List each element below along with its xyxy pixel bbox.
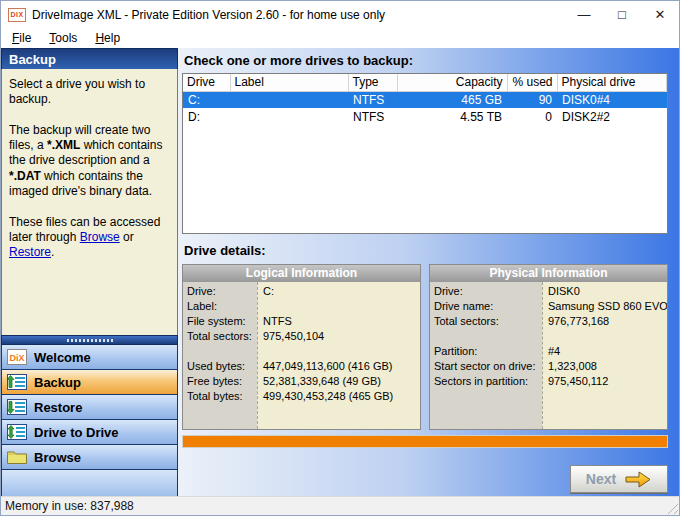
column-header-physical-drive[interactable]: Physical drive [557,74,667,91]
logical-information-body: Drive:C: Label: File system:NTFS Total s… [183,282,420,429]
main-pane: Check one or more drives to backup: Driv… [178,48,679,496]
content-area: Backup Select a drive you wish to backup… [1,48,679,496]
backup-icon [6,373,28,391]
menu-help[interactable]: Help [86,29,129,47]
sidebar: Backup Select a drive you wish to backup… [1,48,178,496]
description-paragraph: These files can be accessed later throug… [9,215,170,261]
table-header-row: Drive Label Type Capacity % used Physica… [183,74,667,91]
folder-icon [6,448,28,466]
table-row-drive-d[interactable]: D: NTFS 4.55 TB 0 DISK2#2 [183,108,667,125]
sidebar-filler [1,470,178,496]
window-title: DriveImage XML - Private Edition Version… [32,8,565,22]
browse-link[interactable]: Browse [80,230,120,244]
memory-status: Memory in use: 837,988 [5,499,134,513]
app-window: DIX DriveImage XML - Private Edition Ver… [0,0,680,516]
restore-link[interactable]: Restore [9,245,51,259]
drive-details-title: Drive details: [184,243,668,258]
menu-tools[interactable]: Tools [40,29,86,47]
sidebar-splitter[interactable] [1,335,178,345]
sidebar-item-browse[interactable]: Browse [1,445,178,470]
dix-logo-icon: DiX [6,348,28,366]
column-header-type[interactable]: Type [348,74,397,91]
drive-table: Drive Label Type Capacity % used Physica… [182,73,668,234]
logical-information-panel: Logical Information Drive:C: Label: File… [182,264,421,430]
sidebar-item-label: Welcome [34,350,91,365]
drive-details-panels: Logical Information Drive:C: Label: File… [182,264,668,430]
sidebar-item-backup[interactable]: Backup [1,370,178,395]
column-header-used[interactable]: % used [507,74,557,91]
minimize-button[interactable]: — [565,1,603,28]
page-title: Check one or more drives to backup: [184,53,668,68]
restore-icon [6,398,28,416]
svg-text:DiX: DiX [9,353,24,363]
close-button[interactable]: ✕ [641,1,679,28]
next-button-label: Next [586,471,616,487]
maximize-button[interactable]: □ [603,1,641,28]
sidebar-item-label: Browse [34,450,81,465]
progress-bar [182,435,668,448]
menu-bar: File Tools Help [1,28,679,48]
logical-information-title: Logical Information [183,265,420,282]
description-paragraph: The backup will create two files, a *.XM… [9,123,170,200]
sidebar-item-restore[interactable]: Restore [1,395,178,420]
column-header-drive[interactable]: Drive [183,74,230,91]
physical-information-title: Physical Information [430,265,667,282]
table-row-drive-c[interactable]: C: NTFS 465 GB 90 DISK0#4 [183,91,667,108]
status-bar: Memory in use: 837,988 [1,496,679,515]
physical-information-panel: Physical Information Drive:DISK0 Drive n… [429,264,668,430]
next-arrow-icon [625,470,652,489]
next-button-row: Next [182,448,668,496]
app-icon[interactable]: DIX [8,8,26,22]
resize-grip[interactable] [665,501,678,514]
sidebar-section-title: Backup [1,48,178,69]
column-header-capacity[interactable]: Capacity [397,74,507,91]
dat-file-token: *.DAT [9,169,41,183]
sidebar-item-label: Drive to Drive [34,425,119,440]
sidebar-item-welcome[interactable]: DiX Welcome [1,345,178,370]
title-bar: DIX DriveImage XML - Private Edition Ver… [1,1,679,28]
drive-to-drive-icon [6,423,28,441]
sidebar-item-label: Backup [34,375,81,390]
splitter-grip-dots [67,339,113,342]
sidebar-item-label: Restore [34,400,82,415]
menu-file[interactable]: File [3,29,40,47]
description-paragraph: Select a drive you wish to backup. [9,77,170,108]
next-button[interactable]: Next [570,465,668,493]
sidebar-item-drive-to-drive[interactable]: Drive to Drive [1,420,178,445]
physical-information-body: Drive:DISK0 Drive name:Samsung SSD 860 E… [430,282,667,429]
column-header-label[interactable]: Label [230,74,348,91]
xml-file-token: *.XML [47,138,80,152]
sidebar-description: Select a drive you wish to backup. The b… [1,69,178,335]
